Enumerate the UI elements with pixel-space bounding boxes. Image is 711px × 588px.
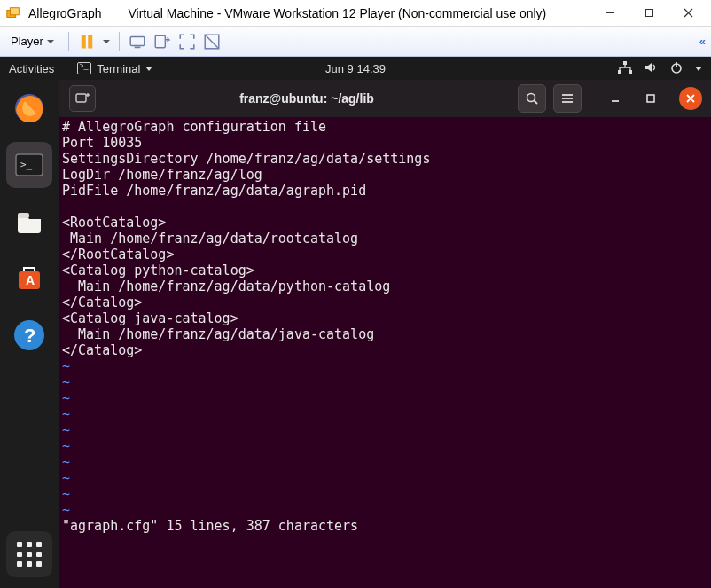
terminal-header-bar: franz@ubuntu: ~/ag/lib: [59, 80, 711, 117]
svg-rect-8: [130, 36, 145, 45]
snapshot-icon[interactable]: [153, 33, 171, 51]
terminal-maximize-button[interactable]: [637, 84, 665, 113]
toolbar-separator: [119, 32, 120, 51]
app-menu-label: Terminal: [97, 62, 140, 75]
apps-grid-icon: [17, 542, 42, 567]
chevron-down-icon: [47, 40, 54, 43]
dock-item-help[interactable]: ?: [6, 312, 52, 358]
vm-pause-button[interactable]: [78, 33, 96, 51]
host-window-title: Virtual Machine - VMware Workstation 12 …: [129, 6, 547, 20]
unity-mode-icon[interactable]: [203, 33, 221, 51]
vmware-app-icon: [5, 5, 21, 21]
terminal-window: franz@ubuntu: ~/ag/lib # Allegro: [59, 80, 711, 588]
toolbar-collapse-button[interactable]: «: [699, 35, 706, 48]
terminal-minimize-button[interactable]: [601, 84, 629, 113]
svg-rect-10: [155, 35, 165, 47]
terminal-close-button[interactable]: [679, 87, 702, 110]
terminal-icon: [77, 62, 91, 74]
svg-text:?: ?: [24, 325, 35, 347]
player-menu-label: Player: [11, 35, 43, 48]
search-button[interactable]: [518, 84, 546, 113]
activities-button[interactable]: Activities: [9, 62, 54, 75]
dock-item-software[interactable]: A: [6, 255, 52, 302]
svg-text:>_: >_: [20, 159, 33, 170]
host-close-button[interactable]: [668, 0, 707, 27]
player-menu[interactable]: Player: [5, 33, 59, 50]
svg-rect-21: [18, 213, 29, 218]
toolbar-separator: [68, 32, 69, 51]
svg-rect-9: [135, 46, 141, 48]
dock-item-files[interactable]: [6, 199, 52, 245]
svg-rect-13: [623, 61, 627, 65]
svg-point-29: [527, 94, 535, 102]
hamburger-menu-button[interactable]: [553, 84, 582, 113]
dock-item-firefox[interactable]: [6, 85, 52, 131]
host-app-name: AllegroGraph: [28, 6, 102, 20]
host-maximize-button[interactable]: [629, 0, 668, 27]
host-window-titlebar: AllegroGraph Virtual Machine - VMware Wo…: [0, 0, 711, 27]
svg-rect-3: [645, 10, 652, 17]
dock-item-terminal[interactable]: >_: [6, 142, 52, 188]
network-icon[interactable]: [618, 61, 632, 76]
chevron-down-icon: [145, 67, 152, 71]
clock[interactable]: Jun 9 14:39: [325, 62, 386, 75]
svg-text:A: A: [26, 273, 35, 287]
show-applications-button[interactable]: [6, 531, 52, 577]
terminal-title: franz@ubuntu: ~/ag/lib: [103, 91, 511, 106]
app-menu-terminal[interactable]: Terminal: [77, 62, 152, 75]
volume-icon[interactable]: [645, 61, 658, 76]
new-tab-button[interactable]: [69, 85, 96, 112]
power-icon[interactable]: [670, 61, 683, 76]
svg-rect-26: [76, 94, 86, 102]
gnome-top-bar: Activities Terminal Jun 9 14:39: [0, 57, 711, 80]
send-ctrl-alt-del-icon[interactable]: [129, 33, 146, 51]
svg-rect-1: [10, 7, 19, 14]
dock: >_ A ?: [0, 80, 59, 588]
svg-rect-14: [618, 70, 621, 74]
svg-rect-6: [82, 35, 86, 48]
svg-rect-35: [647, 95, 654, 102]
svg-rect-7: [88, 35, 92, 48]
svg-line-12: [206, 35, 217, 47]
vmware-toolbar: Player «: [0, 27, 711, 57]
chevron-down-icon[interactable]: [695, 67, 702, 71]
svg-rect-15: [629, 70, 632, 74]
host-minimize-button[interactable]: [590, 0, 629, 27]
svg-line-30: [535, 101, 538, 105]
chevron-down-icon[interactable]: [103, 40, 110, 43]
fullscreen-icon[interactable]: [178, 33, 196, 51]
guest-vm-screen: Activities Terminal Jun 9 14:39: [0, 57, 711, 588]
terminal-body[interactable]: # AllegroGraph configuration file Port 1…: [59, 117, 711, 588]
